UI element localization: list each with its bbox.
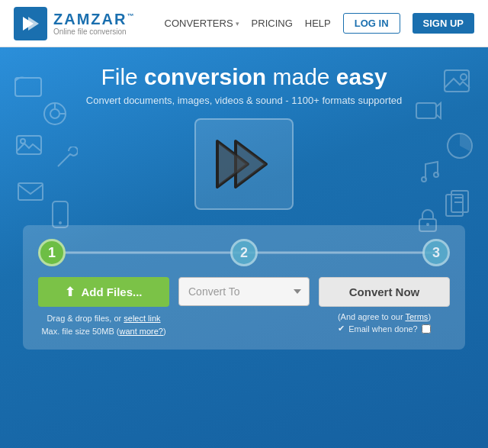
- svg-marker-27: [237, 143, 266, 185]
- chevron-down-icon: ▾: [236, 20, 239, 27]
- hero-subtitle: Convert documents, images, videos & soun…: [15, 95, 473, 106]
- terms-link[interactable]: Terms: [405, 312, 428, 321]
- email-row: ✔ Email when done?: [319, 324, 450, 334]
- steps-numbers: 1 2 3: [38, 239, 450, 266]
- header: ZAMZAR™ Online file conversion CONVERTER…: [0, 0, 488, 47]
- add-files-button[interactable]: ⬆ Add Files...: [38, 277, 169, 307]
- checkmark-icon: ✔: [338, 324, 345, 334]
- step1-col: ⬆ Add Files... Drag & drop files, or sel…: [38, 277, 169, 337]
- svg-marker-1: [28, 17, 39, 31]
- steps-controls: ⬆ Add Files... Drag & drop files, or sel…: [38, 277, 450, 337]
- logo-text: ZAMZAR™ Online file conversion: [53, 11, 135, 36]
- steps-area: 1 2 3 ⬆ Add Files... Drag & drop files, …: [23, 225, 465, 350]
- upload-icon: ⬆: [65, 285, 75, 299]
- logo-area: ZAMZAR™ Online file conversion: [14, 7, 135, 40]
- svg-point-4: [50, 109, 59, 118]
- hero-title: File conversion made easy: [15, 64, 473, 90]
- step2-number: 2: [230, 239, 258, 266]
- step3-col: Convert Now (And agree to our Terms) ✔ E…: [319, 277, 450, 334]
- step1-number: 1: [38, 239, 66, 266]
- nav-help[interactable]: HELP: [305, 18, 331, 29]
- center-icon-wrap: [15, 118, 473, 210]
- svg-point-11: [59, 221, 62, 224]
- want-more-link[interactable]: want more?: [119, 327, 162, 336]
- logo-icon: [14, 7, 47, 40]
- play-arrows-icon: [210, 134, 278, 195]
- logo-name: ZAMZAR™: [53, 11, 135, 27]
- nav-pricing[interactable]: PRICING: [252, 18, 293, 29]
- center-play-box: [194, 118, 294, 210]
- email-label: Email when done?: [348, 324, 418, 334]
- step2-col: Convert To MP4 PDF MP3 JPG PNG DOC: [178, 277, 310, 306]
- convert-now-button[interactable]: Convert Now: [319, 277, 450, 307]
- nav-converters[interactable]: CONVERTERS ▾: [165, 18, 239, 29]
- signup-button[interactable]: SIGN UP: [413, 13, 474, 34]
- convert-hint: (And agree to our Terms) ✔ Email when do…: [319, 312, 450, 334]
- logo-tagline: Online file conversion: [53, 27, 135, 36]
- step3-number: 3: [422, 239, 450, 266]
- email-checkbox[interactable]: [422, 324, 431, 334]
- login-button[interactable]: LOG IN: [343, 13, 400, 34]
- step1-hint: Drag & drop files, or select link Max. f…: [38, 312, 169, 337]
- hero-section: File conversion made easy Convert docume…: [0, 47, 488, 448]
- nav-area: CONVERTERS ▾ PRICING HELP LOG IN SIGN UP: [165, 13, 474, 34]
- select-link[interactable]: select link: [124, 314, 160, 323]
- convert-to-select[interactable]: Convert To MP4 PDF MP3 JPG PNG DOC: [178, 277, 310, 306]
